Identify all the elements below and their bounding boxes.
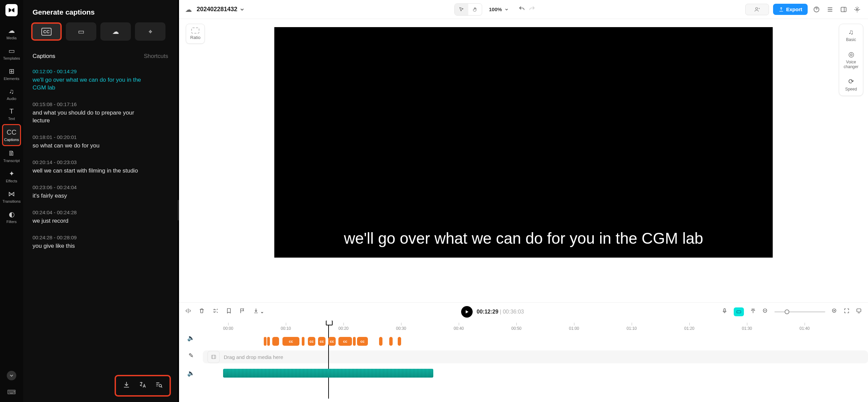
scan-captions-button[interactable]: ⌖ (135, 22, 165, 41)
video-canvas[interactable]: we'll go over what we can do for you in … (274, 27, 773, 258)
magnet-button[interactable] (750, 308, 756, 316)
rail-item-elements[interactable]: ⊞Elements (2, 64, 21, 84)
caption-clip[interactable]: cc (338, 337, 352, 346)
caption-item[interactable]: 00:24:04 - 00:24:28we just record (23, 205, 178, 230)
caption-item[interactable]: 00:24:28 - 00:28:09you give like this (23, 230, 178, 255)
shortcuts-link[interactable]: Shortcuts (144, 53, 168, 60)
ratio-button[interactable]: Ratio (186, 24, 205, 44)
rail-item-audio[interactable]: ♫Audio (2, 84, 21, 104)
audio-track[interactable] (223, 369, 868, 378)
ruler-tick: 00:10 (281, 323, 291, 331)
caption-clip[interactable]: cc (308, 337, 315, 346)
delete-button[interactable] (199, 308, 205, 316)
inspector-voice-changer[interactable]: ◎Voice changer (839, 46, 863, 73)
captions-label: Captions (33, 53, 55, 60)
caption-clip[interactable] (272, 337, 279, 346)
playhead[interactable] (328, 321, 329, 399)
caption-clip[interactable] (379, 337, 382, 346)
download-dropdown[interactable] (253, 308, 263, 316)
fit-button[interactable] (844, 308, 850, 316)
rail-item-templates[interactable]: ▭Templates (2, 43, 21, 64)
caption-text: it's fairly easy (33, 192, 141, 200)
keyboard-shortcuts-button[interactable]: ⌨ (7, 388, 16, 396)
project-name[interactable]: 202402281432 (197, 6, 244, 13)
settings-button[interactable] (852, 5, 862, 14)
caption-item[interactable]: 00:15:08 - 00:17:16and what you should d… (23, 97, 178, 129)
caption-toggle-icon (736, 309, 742, 315)
caption-clip[interactable] (264, 337, 267, 346)
caption-item[interactable]: 00:23:06 - 00:24:04it's fairly easy (23, 180, 178, 205)
app-logo[interactable] (5, 4, 18, 16)
layout-toggle-button[interactable] (839, 5, 848, 14)
history-button[interactable] (825, 5, 835, 14)
download-icon (123, 381, 130, 388)
svg-point-4 (856, 8, 858, 10)
rail-item-transcript[interactable]: 🗎Transcript (2, 146, 21, 166)
caption-clip[interactable]: cc (328, 337, 336, 346)
select-tool[interactable] (455, 4, 468, 15)
zoom-slider-thumb[interactable] (785, 309, 789, 314)
rail-item-captions[interactable]: CCCaptions (2, 124, 21, 146)
inspector-speed[interactable]: ⟳Speed (839, 73, 863, 96)
upload-captions-button[interactable]: ☁ (100, 22, 131, 41)
undo-button[interactable] (518, 5, 525, 14)
track-edit-toggle[interactable]: ✎ (189, 352, 194, 359)
translate-captions-button[interactable] (139, 381, 146, 390)
download-captions-button[interactable] (123, 381, 130, 390)
caption-clip[interactable] (353, 337, 356, 346)
export-button[interactable]: Export (773, 4, 808, 15)
caption-item[interactable]: 00:20:14 - 00:23:03well we can start wit… (23, 155, 178, 180)
preview-area: Ratio we'll go over what we can do for y… (179, 19, 868, 302)
caption-clip[interactable] (267, 337, 270, 346)
rail-item-transitions[interactable]: ⋈Transitions (2, 186, 21, 207)
rail-item-media[interactable]: ☁Media (2, 23, 21, 43)
chevron-down-icon (240, 7, 244, 12)
caption-item[interactable]: 00:12:00 - 00:14:29we'll go over what we… (23, 64, 178, 97)
inspector-basic[interactable]: ♫Basic (839, 24, 863, 46)
rail-item-text[interactable]: TText (2, 104, 21, 124)
audio-clip[interactable] (223, 369, 433, 378)
play-button[interactable] (461, 306, 473, 318)
timeline-ruler[interactable]: 00:0000:1000:2000:3000:4000:5001:0001:10… (223, 323, 868, 333)
cloud-sync-icon[interactable]: ☁ (185, 5, 192, 14)
undo-icon (518, 5, 525, 12)
manual-captions-button[interactable]: ▭ (66, 22, 96, 41)
filters-icon: ◐ (2, 210, 21, 218)
caption-clip[interactable]: cc (357, 337, 368, 346)
redo-button[interactable] (529, 5, 535, 14)
add-media-button[interactable] (208, 351, 220, 363)
flag-button[interactable] (239, 308, 245, 316)
crop-button[interactable] (212, 308, 218, 316)
zoom-in-button[interactable] (831, 308, 837, 316)
caption-clip[interactable]: cc (282, 337, 299, 346)
split-icon (185, 308, 191, 314)
ruler-tick: 01:30 (742, 323, 752, 331)
caption-clip[interactable] (302, 337, 304, 346)
auto-captions-button[interactable]: CC (31, 22, 62, 41)
caption-clip[interactable] (389, 337, 393, 346)
caption-clip[interactable] (398, 337, 401, 346)
expand-button[interactable] (856, 308, 862, 316)
marker-button[interactable] (226, 308, 232, 316)
zoom-slider[interactable] (774, 311, 825, 313)
auto-captions-toggle[interactable] (734, 307, 744, 316)
share-collab-button[interactable] (745, 4, 769, 15)
mic-button[interactable] (722, 308, 728, 316)
help-button[interactable] (812, 5, 821, 14)
rail-item-filters[interactable]: ◐Filters (2, 207, 21, 227)
caption-track[interactable]: cccccccccccc (223, 336, 868, 347)
video-track[interactable]: Drag and drop media here (203, 350, 868, 363)
zoom-dropdown[interactable]: 100% (489, 6, 508, 12)
track-audio2-toggle[interactable]: 🔈 (187, 369, 195, 377)
caption-clip[interactable]: cc (318, 337, 326, 346)
zoom-out-button[interactable] (762, 308, 768, 316)
hand-tool[interactable] (468, 4, 482, 15)
caption-item[interactable]: 00:18:01 - 00:20:01so what can we do for… (23, 129, 178, 155)
caption-list: 00:12:00 - 00:14:29we'll go over what we… (23, 62, 178, 402)
search-captions-button[interactable] (155, 381, 163, 390)
rail-item-effects[interactable]: ✦Effects (2, 166, 21, 186)
more-button[interactable] (7, 371, 16, 380)
split-button[interactable] (185, 308, 191, 316)
track-audio-toggle[interactable]: 🔈 (187, 334, 195, 342)
captions-icon: CC (3, 128, 20, 136)
